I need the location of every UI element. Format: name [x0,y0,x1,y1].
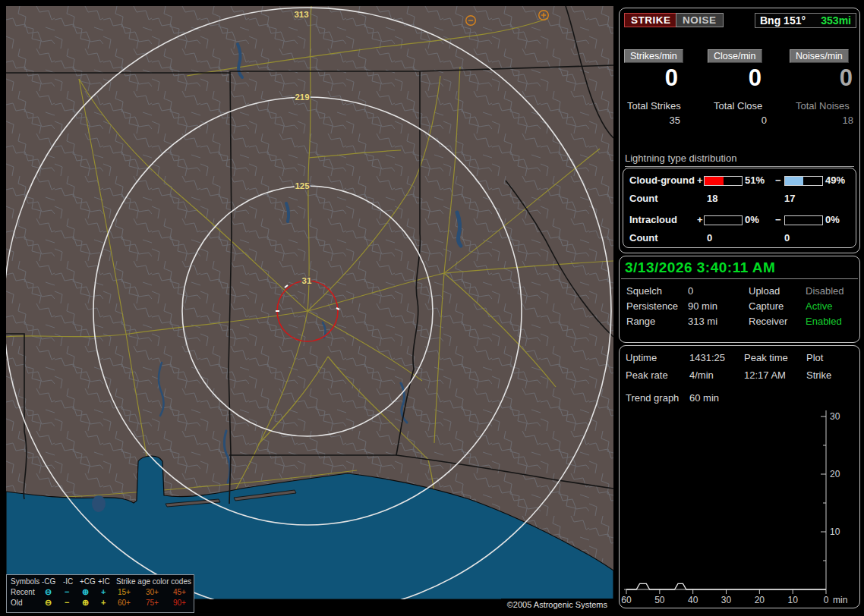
ic-positive-bar [704,215,743,225]
bearing-distance: 353mi [821,14,851,27]
circle-minus-icon: ⊖ [45,598,52,608]
cg-count-label: Count [629,193,658,204]
copyright-text: ©2005 Astrogenic Systems [501,599,613,613]
y-tick-label: 20 [830,469,840,479]
map-canvas[interactable]: 313 219 125 31 [6,6,613,599]
legend-row-recent-label: Recent [11,588,35,596]
strike-mode-button[interactable]: STRIKE [624,13,678,27]
age-code-75: 75+ [146,599,159,607]
squelch-label: Squelch [626,285,662,297]
peak-time-label: Peak time [744,352,788,363]
range-ring-label: 313 [294,10,308,19]
x-tick-label: 60 [621,595,632,605]
noises-per-min-value: 0 [792,64,853,92]
legend-symbols-header: Symbols [11,577,39,586]
datetime-display: 3/13/2026 3:40:11 AM [625,259,775,276]
range-ring-label: 31 [302,276,312,285]
bearing-readout: Bng 151° 353mi [755,13,856,28]
cloud-ground-label: Cloud-ground [629,174,695,186]
plus-sign: + [697,174,703,186]
cg-positive-bar [704,176,743,186]
strikes-per-min-button[interactable]: Strikes/min [624,49,683,63]
cg-negative-bar [784,176,823,186]
legend-col-pic: +IC [98,577,110,586]
circle-minus-icon: ⊖ [45,587,52,597]
trend-graph-label: Trend graph [626,392,679,404]
x-axis-unit: min [833,595,847,605]
total-noises-value: 18 [843,115,853,126]
legend-col-nic: -IC [63,577,73,586]
uptime-label: Uptime [626,352,657,363]
receiver-label: Receiver [749,316,787,327]
legend-age-header: Strike age color codes [116,577,191,586]
range-value: 313 mi [688,316,717,327]
distribution-stats: Cloud-ground + 51% − 49% Count 18 17 Int… [623,168,856,248]
y-tick-label: 30 [830,411,840,422]
ic-positive-count: 0 [707,232,712,244]
upload-status: Disabled [806,285,844,297]
legend-col-ncg: -CG [42,577,55,586]
minus-icon: − [65,598,69,607]
squelch-value: 0 [688,285,693,297]
lake [92,495,106,512]
age-code-45: 45+ [173,588,186,596]
trend-window-value: 60 min [689,392,719,404]
capture-label: Capture [749,300,784,312]
circle-plus-icon: ⊕ [82,598,89,608]
strikes-per-min-value: 0 [617,64,678,92]
minus-sign: − [775,174,781,186]
total-close-value: 0 [762,115,767,126]
plot-type-value: Strike [806,369,831,381]
plus-sign: + [697,214,703,225]
persistence-label: Persistence [626,300,678,312]
circle-plus-icon: ⊕ [82,587,89,597]
peak-time-value: 12:17 AM [744,369,786,381]
capture-status: Active [806,300,832,312]
x-tick-label: 0 [824,595,829,605]
close-per-min-value: 0 [701,64,762,92]
age-code-15: 15+ [118,588,131,596]
map-legend: Symbols -CG -IC +CG +IC Strike age color… [6,574,194,613]
minus-sign: − [775,214,781,225]
peak-rate-value: 4/min [689,369,714,381]
trend-panel: Uptime 1431:25 Peak time Plot Peak rate … [619,345,860,608]
receiver-status: Enabled [806,316,842,327]
persistence-value: 90 min [688,300,717,312]
cg-negative-pct: 49% [825,174,845,186]
app-window: 313 219 125 31 ©2005 Astrogenic Systems … [0,0,864,616]
peak-rate-label: Peak rate [626,369,668,381]
range-ring-label: 219 [295,93,309,102]
ic-negative-count: 0 [784,232,790,244]
cg-negative-count: 17 [784,193,795,204]
noise-mode-button[interactable]: NOISE [676,13,724,27]
strike-rate-series [626,583,826,589]
age-code-30: 30+ [146,588,159,596]
x-tick-label: 50 [654,595,665,605]
strike-map[interactable]: 313 219 125 31 [6,6,613,599]
y-tick-label: 10 [830,526,840,537]
uptime-value: 1431:25 [689,352,725,363]
total-strikes-value: 35 [670,115,680,126]
x-tick-label: 10 [787,595,798,605]
legend-row-old-label: Old [11,599,23,607]
ic-count-label: Count [629,232,658,244]
age-code-90: 90+ [173,599,186,607]
plus-icon: + [101,598,106,607]
distribution-title: Lightning type distribution [625,152,854,167]
upload-label: Upload [749,285,780,297]
total-noises-label: Total Noises [796,100,850,112]
minus-icon: − [65,587,69,596]
noises-per-min-button[interactable]: Noises/min [790,49,849,63]
x-tick-label: 30 [721,595,732,605]
intracloud-label: Intracloud [629,214,677,225]
cg-positive-count: 18 [707,193,717,204]
age-code-60: 60+ [118,599,131,607]
trend-graph: 1020306050403020100min [620,403,858,606]
legend-col-pcg: +CG [80,577,96,586]
x-tick-label: 20 [755,595,765,605]
total-strikes-label: Total Strikes [627,100,681,112]
ic-positive-pct: 0% [745,214,759,225]
cg-positive-pct: 51% [745,174,765,186]
close-per-min-button[interactable]: Close/min [708,49,762,63]
plot-label: Plot [806,352,823,363]
